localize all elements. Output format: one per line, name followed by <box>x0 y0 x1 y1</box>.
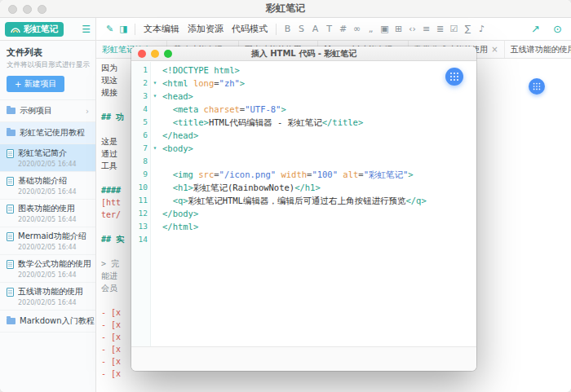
doc-info: 五线谱功能的使用2020/02/05 16:44 <box>18 286 83 306</box>
code-line[interactable]: <title>HTML代码编辑器 - 彩虹笔记</title> <box>162 116 476 129</box>
line-number: 14 <box>131 233 148 246</box>
file-list-title: 文件列表 <box>0 41 95 59</box>
sidebar-doc[interactable]: 基础功能介绍2020/02/05 16:44 <box>0 172 95 200</box>
share-icon[interactable]: ↗ <box>529 23 542 35</box>
document-icon <box>7 149 14 158</box>
folder-label: Markdown入门教程 <box>20 315 95 327</box>
code-line[interactable]: </body> <box>162 207 476 220</box>
close-button[interactable] <box>8 5 17 14</box>
fold-marker-icon[interactable]: ▾ <box>151 90 159 103</box>
insert-html-dialog: 插入 HTML 代码 - 彩虹笔记 1234567891011121314 ▾▾… <box>131 46 476 371</box>
fold-marker-icon <box>151 207 159 220</box>
doc-info: 基础功能介绍2020/02/05 16:44 <box>18 175 77 196</box>
bold-icon[interactable]: B <box>281 24 294 34</box>
new-project-button[interactable]: + 新建项目 <box>7 76 64 92</box>
zoom-button[interactable] <box>38 5 46 14</box>
folder-icon <box>7 130 15 136</box>
dialog-minimize-button[interactable] <box>151 50 159 58</box>
sidebar-doc[interactable]: Mermaid功能介绍2020/02/05 16:44 <box>0 227 95 255</box>
link-icon[interactable]: ∞ <box>350 24 364 34</box>
folder-label: 彩虹笔记使用教程 <box>20 127 85 139</box>
toolbar-mode-buttons: 文本编辑添加资源代码模式 <box>139 21 272 37</box>
code-line[interactable] <box>162 155 476 168</box>
edit-icon[interactable]: ✎ <box>103 24 117 34</box>
code-line[interactable]: <!DOCTYPE html> <box>162 64 476 77</box>
mode-button-2[interactable]: 添加资源 <box>184 21 228 37</box>
formula-icon[interactable]: ∑ <box>461 24 475 34</box>
html-code-editor[interactable]: 1234567891011121314 ▾▾▾ <!DOCTYPE html><… <box>131 62 476 346</box>
fold-marker-icon <box>151 64 159 77</box>
minimize-button[interactable] <box>23 5 32 14</box>
sidebar-folder[interactable]: 示例项目› <box>0 100 95 122</box>
music-icon[interactable]: ♪ <box>475 24 489 34</box>
code-line[interactable]: <meta charset="UTF-8"> <box>162 103 476 116</box>
code-line[interactable]: <q>彩虹笔记HTML编辑器，编辑后可通过右上角按钮进行预览</q> <box>162 194 476 207</box>
fold-marker-icon[interactable]: ▾ <box>151 142 159 155</box>
quote-icon[interactable]: „ <box>364 24 378 34</box>
code-line[interactable]: <body> <box>162 142 476 155</box>
window-controls <box>8 5 46 14</box>
info-icon[interactable]: ⊙ <box>551 23 564 35</box>
preview-icon[interactable]: ◨ <box>117 24 131 34</box>
sidebar-doc[interactable]: 图表功能的使用2020/02/05 16:44 <box>0 200 95 227</box>
table-icon[interactable]: ⊞ <box>392 24 405 34</box>
dialog-zoom-button[interactable] <box>164 50 172 58</box>
strikethrough-icon[interactable]: S <box>294 24 308 34</box>
doc-timestamp: 2020/02/05 16:44 <box>18 299 83 306</box>
line-number: 1 <box>131 64 148 77</box>
toolbar: ✎◨ 文本编辑添加资源代码模式 BSAT#∞„▣⊞‹›≡≣☑∑♪ ↗⊙ <box>96 18 571 40</box>
document-icon <box>7 205 14 214</box>
line-number: 8 <box>131 155 148 168</box>
tab-label: 五线谱功能的使用 <box>511 44 571 55</box>
folder-label: 示例项目 <box>20 105 52 117</box>
doc-label: 五线谱功能的使用 <box>18 286 83 297</box>
fold-marker-icon <box>151 129 159 142</box>
code-line[interactable]: </html> <box>162 220 476 233</box>
toolbar-format-icons: BSAT#∞„▣⊞‹›≡≣☑∑♪ <box>281 24 489 34</box>
line-numbers: 1234567891011121314 <box>131 62 151 346</box>
sidebar-folder[interactable]: Markdown入门教程 <box>0 311 95 333</box>
dialog-close-button[interactable] <box>138 50 146 58</box>
heading-icon[interactable]: T <box>322 24 336 34</box>
hash-icon[interactable]: # <box>336 24 350 34</box>
code-line[interactable]: <h1>彩虹笔记(RainbowNote)</h1> <box>162 181 476 194</box>
doc-label: Mermaid功能介绍 <box>18 231 86 242</box>
code-line[interactable]: <img src="/icon.png" width="100" alt="彩虹… <box>162 168 476 181</box>
fold-marker-icon[interactable]: ▾ <box>151 77 159 90</box>
line-number: 9 <box>131 168 148 181</box>
code-line[interactable]: <html long="zh"> <box>162 77 476 90</box>
sidebar-folder[interactable]: 彩虹笔记使用教程 <box>0 122 95 144</box>
preview-actions-button[interactable] <box>529 78 545 95</box>
fold-markers: ▾▾▾ <box>151 62 159 346</box>
sidebar-doc[interactable]: 数学公式功能的使用2020/02/05 16:44 <box>0 255 95 283</box>
ordered-list-icon[interactable]: ≣ <box>433 24 447 34</box>
sidebar-doc[interactable]: 五线谱功能的使用2020/02/05 16:44 <box>0 283 95 311</box>
unordered-list-icon[interactable]: ≡ <box>419 24 433 34</box>
brand-button[interactable]: 彩虹笔记 <box>5 22 64 37</box>
sidebar-items: 示例项目›彩虹笔记使用教程彩虹笔记简介2020/02/05 16:44基础功能介… <box>0 99 95 333</box>
dialog-actions-button[interactable] <box>445 68 463 86</box>
line-number: 10 <box>131 181 148 194</box>
top-row: 彩虹笔记 ☰ ✎◨ 文本编辑添加资源代码模式 BSAT#∞„▣⊞‹›≡≣☑∑♪ … <box>0 18 571 41</box>
fold-marker-icon <box>151 103 159 116</box>
sidebar: 文件列表 文件将以项目形式进行显示 + 新建项目 示例项目›彩虹笔记使用教程彩虹… <box>0 41 96 392</box>
tab-close-icon[interactable]: × <box>491 45 498 54</box>
code-line[interactable] <box>162 233 476 246</box>
tab[interactable]: 五线谱功能的使用× <box>505 41 571 58</box>
toolbar-divider <box>276 24 277 35</box>
code-icon[interactable]: ‹› <box>405 24 419 34</box>
image-icon[interactable]: ▣ <box>378 24 392 34</box>
document-icon <box>7 232 14 241</box>
mode-button-1[interactable]: 文本编辑 <box>139 21 184 37</box>
code-line[interactable]: </head> <box>162 129 476 142</box>
doc-info: Mermaid功能介绍2020/02/05 16:44 <box>18 231 86 251</box>
mode-button-3[interactable]: 代码模式 <box>228 21 272 37</box>
doc-label: 图表功能的使用 <box>18 203 77 214</box>
font-color-icon[interactable]: A <box>308 24 322 34</box>
plus-icon: + <box>15 80 21 89</box>
code-line[interactable]: <head> <box>162 90 476 103</box>
sidebar-menu-icon[interactable]: ☰ <box>82 24 91 35</box>
line-number: 5 <box>131 116 148 129</box>
sidebar-doc[interactable]: 彩虹笔记简介2020/02/05 16:44 <box>0 144 95 172</box>
checkbox-icon[interactable]: ☑ <box>447 24 461 34</box>
